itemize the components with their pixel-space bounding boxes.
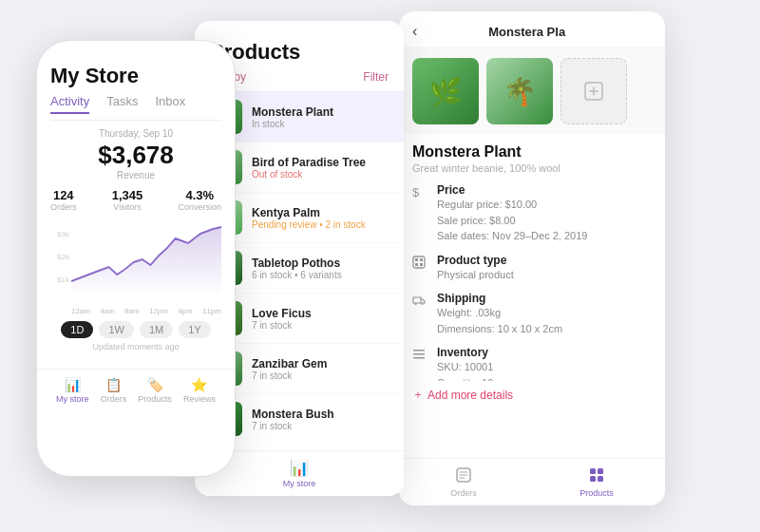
product-status: 7 in stock [252, 370, 327, 381]
detail-title: Monstera Pla [488, 25, 565, 39]
reviews-icon: ⭐ [191, 377, 207, 392]
shipping-weight: Weight: .03kg [437, 305, 562, 321]
add-image-button[interactable] [560, 58, 627, 124]
products-nav-label: Products [138, 394, 172, 404]
tab-tasks[interactable]: Tasks [106, 94, 138, 114]
products-icon: 🏷️ [147, 377, 163, 392]
product-type-content: Product type Physical product [437, 254, 514, 283]
svg-point-7 [422, 303, 424, 305]
updated-text: Updated moments ago [50, 342, 221, 352]
product-info: Monstera Plant In stock [252, 105, 333, 129]
period-buttons: 1D 1W 1M 1Y [50, 321, 221, 338]
nav-products[interactable]: 🏷️ Products [138, 377, 172, 404]
detail-products-icon [588, 466, 605, 486]
bottom-store-icon: 📊 [290, 459, 309, 477]
product-info: Zanzibar Gem 7 in stock [252, 357, 327, 381]
add-more-details-button[interactable]: ＋ Add more details [399, 381, 665, 408]
phone-bottom-nav: 📊 My store 📋 Orders 🏷️ Products ⭐ Review… [37, 369, 235, 404]
product-status: Out of stock [252, 169, 366, 180]
chart-label-12pm: 12pm [149, 307, 168, 315]
bottom-nav-my-store[interactable]: 📊 My store [283, 459, 316, 488]
inventory-section: Inventory SKU: 10001 Quantity: 10 [412, 346, 652, 381]
detail-subtitle: Great winter beanie, 100% wool [412, 162, 652, 174]
period-1m[interactable]: 1M [140, 321, 173, 338]
orders-nav-label: Orders [101, 394, 127, 404]
detail-nav-orders[interactable]: Orders [450, 466, 477, 498]
nav-my-store[interactable]: 📊 My store [56, 377, 89, 404]
tab-inbox[interactable]: Inbox [155, 94, 185, 114]
detail-product-name: Monstera Plant [412, 143, 652, 161]
product-info: Monstera Bush 7 in stock [252, 408, 334, 431]
phone-stats: 124 Orders 1,345 Visitors 4.3% Conversio… [50, 188, 221, 212]
add-more-icon: ＋ [412, 387, 424, 403]
nav-reviews[interactable]: ⭐ Reviews [183, 377, 216, 404]
detail-body: Monstera Plant Great winter beanie, 100%… [399, 134, 665, 381]
svg-rect-8 [413, 350, 425, 352]
back-button[interactable]: ‹ [412, 23, 417, 40]
shipping-content: Shipping Weight: .03kg Dimensions: 10 x … [437, 292, 562, 336]
svg-rect-1 [413, 256, 425, 268]
product-type-section: Product type Physical product [412, 254, 652, 283]
products-title: Products [210, 40, 389, 65]
product-status: 7 in stock [252, 320, 312, 331]
price-dates: Sale dates: Nov 29–Dec 2, 2019 [437, 228, 587, 244]
phone-date: Thursday, Sep 10 [50, 128, 221, 139]
product-name: Monstera Bush [252, 408, 334, 421]
detail-products-label: Products [580, 488, 614, 498]
product-name: Kentya Palm [252, 206, 366, 219]
filter-button[interactable]: Filter [363, 70, 389, 84]
chart-y-3k: $3k [50, 223, 69, 246]
product-type-value: Physical product [437, 267, 514, 283]
product-status: 6 in stock • 6 variants [252, 270, 342, 280]
product-image-2[interactable]: 🌴 [486, 58, 553, 124]
inventory-quantity: Quantity: 10 [437, 375, 493, 382]
price-title: Price [437, 183, 587, 197]
svg-rect-5 [420, 263, 423, 266]
period-1d[interactable]: 1D [61, 321, 93, 338]
svg-point-6 [415, 303, 417, 305]
product-info: Tabletop Pothos 6 in stock • 6 variants [252, 256, 342, 280]
product-type-icon [412, 256, 428, 272]
reviews-nav-label: Reviews [183, 394, 216, 404]
chart-label-4pm: 4pm [178, 307, 193, 315]
product-status: 7 in stock [252, 421, 334, 431]
product-name: Love Ficus [252, 307, 312, 320]
revenue-chart [71, 219, 221, 295]
price-sale: Sale price: $8.00 [437, 213, 587, 229]
detail-orders-icon [455, 466, 472, 486]
conversion-label: Conversion [178, 202, 221, 212]
price-icon: $ [412, 185, 428, 200]
svg-rect-9 [413, 353, 425, 355]
inventory-title: Inventory [437, 346, 493, 359]
shipping-section: Shipping Weight: .03kg Dimensions: 10 x … [412, 292, 652, 336]
chart-label-8am: 8am [124, 307, 140, 315]
phone-revenue-label: Revenue [50, 170, 221, 180]
detail-nav-products[interactable]: Products [580, 466, 614, 498]
my-store-icon: 📊 [65, 377, 81, 392]
price-content: Price Regular price: $10.00 Sale price: … [437, 183, 587, 244]
shipping-icon [412, 294, 428, 310]
svg-rect-13 [598, 468, 603, 474]
svg-rect-2 [415, 258, 418, 261]
product-type-title: Product type [437, 254, 514, 267]
chart-label-12am: 12am [71, 307, 90, 315]
chart-label-4am: 4am [100, 307, 115, 315]
product-info: Love Ficus 7 in stock [252, 307, 312, 331]
phone-tabs: Activity Tasks Inbox [50, 94, 221, 121]
phone-notch [103, 41, 169, 54]
detail-images: 🌿 🌴 [399, 48, 665, 134]
tab-activity[interactable]: Activity [50, 94, 89, 114]
sort-row: Sort by Filter [210, 70, 389, 84]
product-status: In stock [252, 119, 333, 129]
svg-rect-14 [590, 476, 596, 482]
chart-y-1k: $1k [50, 269, 69, 292]
phone-stat-conversion: 4.3% Conversion [178, 188, 221, 212]
product-image-1[interactable]: 🌿 [412, 58, 479, 124]
nav-orders[interactable]: 📋 Orders [101, 377, 127, 404]
shipping-dimensions: Dimensions: 10 x 10 x 2cm [437, 321, 562, 337]
product-name: Tabletop Pothos [252, 256, 342, 270]
phone-revenue: $3,678 [50, 141, 221, 170]
period-1w[interactable]: 1W [99, 321, 134, 338]
period-1y[interactable]: 1Y [179, 321, 210, 338]
visitors-value: 1,345 [112, 188, 143, 202]
